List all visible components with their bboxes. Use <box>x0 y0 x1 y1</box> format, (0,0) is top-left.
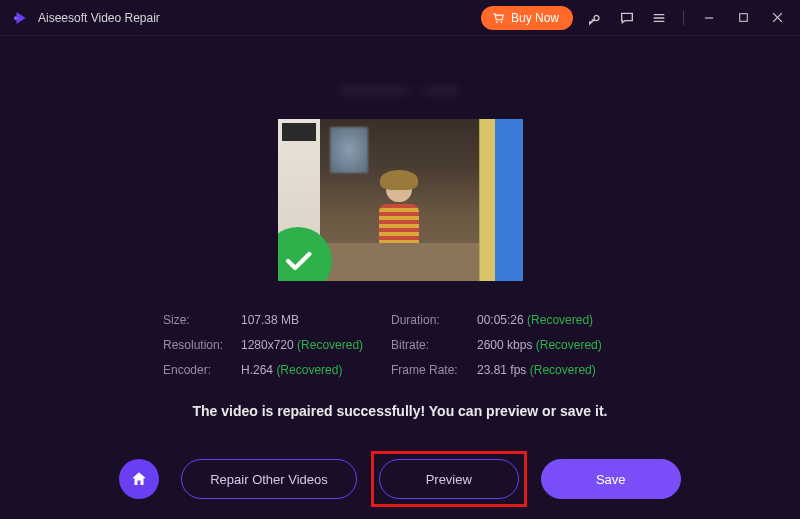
bitrate-value: 2600 kbps (Recovered) <box>477 338 637 352</box>
repair-other-videos-button[interactable]: Repair Other Videos <box>181 459 357 499</box>
cart-icon <box>491 11 505 25</box>
app-logo-icon <box>12 9 30 27</box>
video-thumbnail <box>278 119 523 281</box>
framerate-label: Frame Rate: <box>391 363 477 377</box>
titlebar-right: Buy Now <box>481 6 788 30</box>
svg-rect-3 <box>739 14 747 22</box>
svg-point-2 <box>501 21 503 23</box>
minimize-button[interactable] <box>698 7 720 29</box>
video-details: Size: 107.38 MB Duration: 00:05:26 (Reco… <box>163 313 637 377</box>
filename-blurred: ———— · —— <box>341 81 459 99</box>
home-button[interactable] <box>119 459 159 499</box>
svg-point-1 <box>496 21 498 23</box>
duration-label: Duration: <box>391 313 477 327</box>
size-value: 107.38 MB <box>241 313 391 327</box>
resolution-label: Resolution: <box>163 338 241 352</box>
maximize-button[interactable] <box>732 7 754 29</box>
success-message: The video is repaired successfully! You … <box>193 403 608 419</box>
duration-value: 00:05:26 (Recovered) <box>477 313 637 327</box>
svg-point-0 <box>14 16 18 20</box>
preview-button[interactable]: Preview <box>379 459 519 499</box>
buy-now-button[interactable]: Buy Now <box>481 6 573 30</box>
encoder-value: H.264 (Recovered) <box>241 363 391 377</box>
action-footer: Repair Other Videos Preview Save <box>0 459 800 499</box>
content-area: ———— · —— Size: 107.38 MB Duration: 00:0… <box>0 36 800 519</box>
titlebar-separator <box>683 11 684 25</box>
encoder-label: Encoder: <box>163 363 241 377</box>
key-icon[interactable] <box>585 8 605 28</box>
close-button[interactable] <box>766 7 788 29</box>
size-label: Size: <box>163 313 241 327</box>
menu-icon[interactable] <box>649 8 669 28</box>
feedback-icon[interactable] <box>617 8 637 28</box>
titlebar: Aiseesoft Video Repair Buy Now <box>0 0 800 36</box>
framerate-value: 23.81 fps (Recovered) <box>477 363 637 377</box>
bitrate-label: Bitrate: <box>391 338 477 352</box>
app-title: Aiseesoft Video Repair <box>38 11 160 25</box>
resolution-value: 1280x720 (Recovered) <box>241 338 391 352</box>
titlebar-left: Aiseesoft Video Repair <box>12 9 160 27</box>
save-button[interactable]: Save <box>541 459 681 499</box>
buy-now-label: Buy Now <box>511 11 559 25</box>
